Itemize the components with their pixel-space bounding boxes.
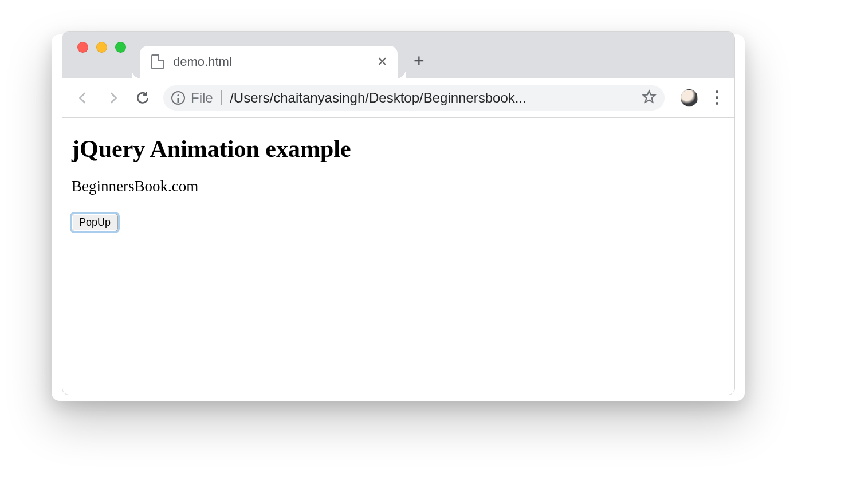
bookmark-button[interactable]: [642, 89, 657, 107]
menu-button[interactable]: [707, 87, 726, 108]
maximize-window-button[interactable]: [115, 42, 126, 53]
site-info-icon[interactable]: [171, 91, 185, 105]
profile-avatar[interactable]: [681, 89, 698, 107]
tab-strip: demo.html ✕ +: [62, 32, 734, 78]
page-content: jQuery Animation example BeginnersBook.c…: [62, 118, 734, 239]
forward-button[interactable]: [100, 85, 125, 111]
browser-toolbar: File /Users/chaitanyasingh/Desktop/Begin…: [62, 78, 734, 118]
page-paragraph: BeginnersBook.com: [72, 178, 725, 195]
reload-icon: [135, 90, 150, 105]
address-bar[interactable]: File /Users/chaitanyasingh/Desktop/Begin…: [163, 85, 665, 111]
arrow-left-icon: [76, 90, 91, 105]
url-path: /Users/chaitanyasingh/Desktop/Beginnersb…: [230, 90, 636, 106]
reload-button[interactable]: [130, 85, 155, 111]
page-heading: jQuery Animation example: [72, 135, 725, 163]
url-scheme-label: File: [191, 90, 213, 106]
kebab-dot-icon: [716, 96, 718, 99]
browser-window: demo.html ✕ + File /Us: [62, 32, 735, 395]
popup-button[interactable]: PopUp: [72, 214, 118, 231]
star-icon: [642, 89, 657, 104]
screenshot-stage: demo.html ✕ + File /Us: [0, 0, 841, 504]
close-tab-button[interactable]: ✕: [370, 53, 387, 70]
tab-title: demo.html: [173, 54, 361, 69]
kebab-dot-icon: [716, 90, 718, 93]
back-button[interactable]: [70, 85, 96, 111]
arrow-right-icon: [105, 90, 120, 105]
url-separator: [221, 90, 222, 105]
close-window-button[interactable]: [77, 42, 88, 53]
window-controls: [72, 32, 140, 78]
browser-tab[interactable]: demo.html ✕: [140, 46, 398, 78]
kebab-dot-icon: [716, 102, 718, 105]
file-icon: [151, 54, 164, 69]
minimize-window-button[interactable]: [96, 42, 107, 53]
